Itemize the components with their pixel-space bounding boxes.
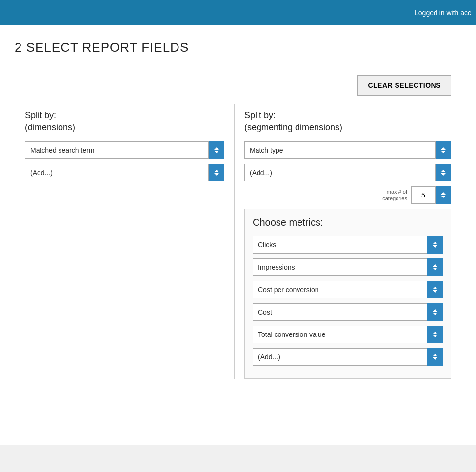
arrow-down-icon [214,151,219,153]
segmenting-select-row-2: (Add...) [244,164,451,181]
metric-select-1[interactable]: Impressions [253,258,427,276]
metric-row-1: Impressions [253,258,443,276]
arrow-down-icon [214,173,219,176]
arrow-up-icon [441,192,446,195]
arrow-up-icon [433,332,437,334]
arrow-down-icon [433,245,437,248]
arrow-down-icon [433,268,437,270]
max-categories-row: max # of categories [244,186,451,204]
metric-spinner-3[interactable] [427,303,443,321]
segmenting-select-2[interactable]: (Add...) [244,164,436,181]
metric-spinner-4[interactable] [427,326,443,343]
arrow-down-icon [441,173,446,176]
main-panel: CLEAR SELECTIONS Split by: (dimensions) … [15,65,461,445]
segmenting-select-row-1: Match type [244,141,451,159]
max-categories-spinner[interactable] [436,186,451,204]
metric-spinner-0[interactable] [427,236,443,254]
max-categories-label: max # of categories [382,188,407,202]
segmenting-spinner-2[interactable] [436,164,451,181]
metric-select-2[interactable]: Cost per conversion [253,281,427,298]
metric-select-3[interactable]: Cost [253,303,427,321]
metric-select-5[interactable]: (Add...) [253,348,427,366]
metric-row-5: (Add...) [253,348,443,366]
metric-row-4: Total conversion value [253,326,443,343]
arrow-up-icon [433,242,437,244]
login-status: Logged in with acc [415,9,471,17]
page-title: 2 SELECT REPORT FIELDS [15,40,461,55]
segmenting-section-title: Split by: (segmenting dimensions) [244,109,451,134]
metric-spinner-5[interactable] [427,348,443,366]
dimension-select-2[interactable]: (Add...) [25,164,209,181]
segmenting-spinner-1[interactable] [436,141,451,159]
metric-row-0: Clicks [253,236,443,254]
dimension-select-1[interactable]: Matched search term [25,141,209,159]
arrow-down-icon [441,196,446,198]
arrow-down-icon [433,313,437,315]
segmenting-select-1[interactable]: Match type [244,141,436,159]
metrics-panel: Choose metrics: Clicks [244,209,451,379]
metric-select-0[interactable]: Clicks [253,236,427,254]
max-input-wrap [411,186,451,204]
arrow-down-icon [433,335,437,337]
metric-spinner-2[interactable] [427,281,443,298]
arrow-down-icon [433,357,437,360]
metric-select-4[interactable]: Total conversion value [253,326,427,343]
metric-row-3: Cost [253,303,443,321]
arrow-up-icon [433,264,437,267]
metric-spinner-1[interactable] [427,258,443,276]
arrow-up-icon [433,354,437,356]
dimension-spinner-1[interactable] [209,141,224,159]
right-section: Split by: (segmenting dimensions) Match … [235,104,451,379]
arrow-down-icon [441,151,446,153]
arrow-up-icon [214,170,219,172]
arrow-up-icon [433,309,437,312]
content-area: 2 SELECT REPORT FIELDS CLEAR SELECTIONS … [0,25,476,445]
arrow-down-icon [433,290,437,293]
max-categories-input[interactable] [411,186,436,204]
dimensions-section: Split by: (dimensions) Matched search te… [25,104,235,379]
metric-row-2: Cost per conversion [253,281,443,298]
arrow-up-icon [214,147,219,150]
arrow-up-icon [441,170,446,172]
dimension-spinner-2[interactable] [209,164,224,181]
dimension-select-row-1: Matched search term [25,141,224,159]
arrow-up-icon [433,287,437,289]
dimension-select-row-2: (Add...) [25,164,224,181]
top-bar: Logged in with acc [0,0,476,25]
clear-selections-button[interactable]: CLEAR SELECTIONS [357,75,451,96]
dimensions-section-title: Split by: (dimensions) [25,109,224,134]
arrow-up-icon [441,147,446,150]
metrics-title: Choose metrics: [253,217,443,228]
two-column-layout: Split by: (dimensions) Matched search te… [25,104,451,379]
